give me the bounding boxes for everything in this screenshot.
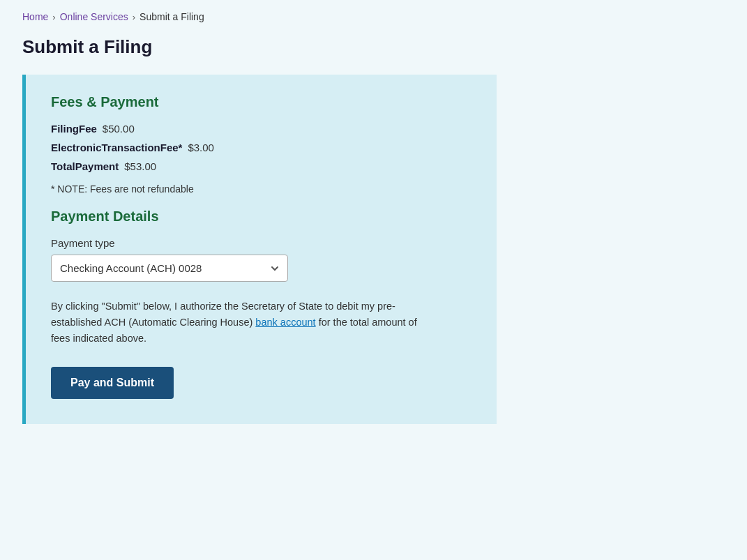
card-panel: Fees & Payment FilingFee $50.00 Electron… (22, 75, 497, 424)
fee-table: FilingFee $50.00 ElectronicTransactionFe… (51, 123, 471, 172)
total-row: TotalPayment $53.00 (51, 160, 471, 172)
breadcrumb-online-services[interactable]: Online Services (60, 11, 128, 22)
breadcrumb-separator-2: › (133, 12, 135, 22)
fee-note: * NOTE: Fees are not refundable (51, 183, 471, 195)
payment-type-select[interactable]: Checking Account (ACH) 0028 (51, 255, 288, 282)
payment-details-section: Payment Details Payment type Checking Ac… (51, 209, 471, 399)
payment-type-label: Payment type (51, 237, 471, 249)
etf-row: ElectronicTransactionFee* $3.00 (51, 142, 471, 153)
filing-fee-row: FilingFee $50.00 (51, 123, 471, 135)
etf-value: $3.00 (188, 142, 214, 153)
total-label: TotalPayment (51, 160, 119, 172)
pay-and-submit-button[interactable]: Pay and Submit (51, 367, 174, 399)
etf-label: ElectronicTransactionFee* (51, 142, 182, 153)
auth-text: By clicking "Submit" below, I authorize … (51, 298, 428, 347)
breadcrumb-separator-1: › (52, 12, 55, 22)
page-wrapper: Home › Online Services › Submit a Filing… (0, 0, 747, 435)
payment-details-heading: Payment Details (51, 209, 471, 225)
filing-fee-value: $50.00 (103, 123, 135, 135)
breadcrumb: Home › Online Services › Submit a Filing (22, 11, 725, 22)
total-value: $53.00 (124, 160, 156, 172)
filing-fee-label: FilingFee (51, 123, 97, 135)
page-title: Submit a Filing (22, 36, 725, 58)
fees-section-heading: Fees & Payment (51, 94, 471, 110)
breadcrumb-current: Submit a Filing (139, 11, 204, 22)
breadcrumb-home[interactable]: Home (22, 11, 48, 22)
bank-account-link[interactable]: bank account (255, 317, 315, 328)
